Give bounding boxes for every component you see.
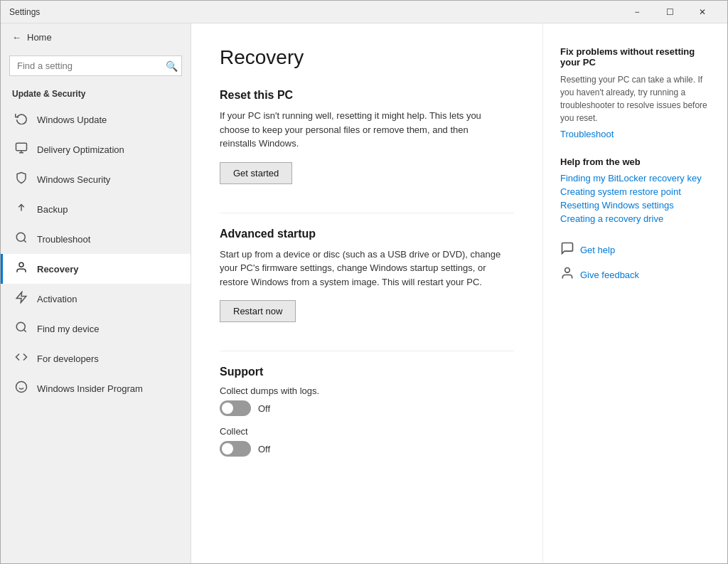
help-from-web-section: Help from the web Finding my BitLocker r… xyxy=(560,156,710,224)
recovery-icon xyxy=(14,261,28,277)
sidebar-item-label: Find my device xyxy=(37,324,99,334)
sidebar-item-windows-insider[interactable]: Windows Insider Program xyxy=(1,373,191,403)
toggle-knob-2 xyxy=(222,443,233,454)
sidebar-item-label: Activation xyxy=(37,294,77,304)
reset-desc: If your PC isn't running well, resetting… xyxy=(220,109,504,151)
toggle1-state: Off xyxy=(258,403,270,414)
windows-insider-icon xyxy=(14,381,28,396)
find-my-device-icon xyxy=(14,321,28,336)
troubleshoot-link[interactable]: Troubleshoot xyxy=(560,129,710,139)
page-title: Recovery xyxy=(220,46,514,69)
sidebar-item-delivery-optimization[interactable]: Delivery Optimization xyxy=(1,134,191,164)
delivery-optimization-icon xyxy=(14,142,28,157)
sidebar-item-label: Windows Update xyxy=(37,115,107,125)
advanced-desc: Start up from a device or disc (such as … xyxy=(220,248,504,289)
toggle1-label: Collect dumps with logs. xyxy=(220,385,514,396)
sidebar-item-label: Backup xyxy=(37,204,68,215)
get-help-icon xyxy=(560,241,574,259)
collect-dumps-toggle[interactable] xyxy=(220,400,251,416)
sidebar-item-windows-security[interactable]: Windows Security xyxy=(1,164,191,194)
sidebar-item-backup[interactable]: Backup xyxy=(1,194,191,224)
sidebar-item-for-developers[interactable]: For developers xyxy=(1,344,191,373)
divider-1 xyxy=(220,213,514,213)
svg-marker-7 xyxy=(16,292,26,303)
toggle2-state: Off xyxy=(258,444,270,454)
get-help-row[interactable]: Get help xyxy=(560,241,710,259)
help-link-3[interactable]: Creating a recovery drive xyxy=(560,213,710,224)
toggle1-row: Off xyxy=(220,400,514,416)
fix-desc: Resetting your PC can take a while. If y… xyxy=(560,73,710,124)
search-icon[interactable]: 🔍 xyxy=(166,60,178,72)
window-controls: − ☐ ✕ xyxy=(621,1,719,23)
sidebar: ← Home 🔍 Update & Security Windows Updat… xyxy=(1,23,191,563)
maximize-button[interactable]: ☐ xyxy=(653,1,686,23)
sidebar-section-title: Update & Security xyxy=(1,86,191,105)
toggle-knob xyxy=(222,403,233,414)
support-title: Support xyxy=(220,366,514,378)
advanced-startup-section: Advanced startup Start up from a device … xyxy=(220,228,514,346)
get-started-button[interactable]: Get started xyxy=(220,162,292,184)
restart-now-button[interactable]: Restart now xyxy=(220,300,296,322)
activation-icon xyxy=(14,291,28,307)
fix-title: Fix problems without resetting your PC xyxy=(560,46,710,68)
svg-point-4 xyxy=(16,233,25,241)
collect-toggle[interactable] xyxy=(220,441,251,457)
minimize-button[interactable]: − xyxy=(621,1,653,23)
sidebar-item-label: Troubleshoot xyxy=(37,234,90,245)
svg-point-10 xyxy=(16,382,27,393)
help-link-1[interactable]: Creating system restore point xyxy=(560,186,710,197)
sidebar-item-label: For developers xyxy=(37,353,99,364)
sidebar-item-windows-update[interactable]: Windows Update xyxy=(1,105,191,134)
right-panel: Fix problems without resetting your PC R… xyxy=(542,23,727,563)
back-button[interactable]: ← Home xyxy=(1,23,191,51)
reset-title: Reset this PC xyxy=(220,89,514,102)
main-content: Recovery Reset this PC If your PC isn't … xyxy=(191,23,542,563)
toggle2-label: Collect xyxy=(220,426,514,437)
sidebar-item-label: Recovery xyxy=(37,264,79,275)
svg-rect-0 xyxy=(16,143,27,151)
for-developers-icon xyxy=(14,351,28,366)
give-feedback-row[interactable]: Give feedback xyxy=(560,266,710,284)
help-link-0[interactable]: Finding my BitLocker recovery key xyxy=(560,173,710,183)
backup-icon xyxy=(14,201,28,217)
settings-window: Settings − ☐ ✕ ← Home 🔍 Update & Securit… xyxy=(0,0,728,564)
svg-point-8 xyxy=(16,322,25,331)
svg-line-5 xyxy=(23,240,26,242)
sidebar-item-activation[interactable]: Activation xyxy=(1,284,191,314)
svg-point-6 xyxy=(19,262,23,267)
windows-update-icon xyxy=(14,112,28,127)
divider-2 xyxy=(220,351,514,351)
advanced-title: Advanced startup xyxy=(220,228,514,240)
sidebar-item-troubleshoot[interactable]: Troubleshoot xyxy=(1,224,191,254)
give-feedback-icon xyxy=(560,266,574,284)
sidebar-item-label: Windows Security xyxy=(37,174,110,185)
sidebar-item-label: Delivery Optimization xyxy=(37,144,124,155)
troubleshoot-icon xyxy=(14,231,28,247)
get-help-label: Get help xyxy=(580,245,615,255)
help-link-2[interactable]: Resetting Windows settings xyxy=(560,200,710,211)
windows-security-icon xyxy=(14,171,28,187)
help-web-title: Help from the web xyxy=(560,156,710,167)
toggle2-row: Off xyxy=(220,441,514,457)
search-input[interactable] xyxy=(9,55,182,76)
content-area: ← Home 🔍 Update & Security Windows Updat… xyxy=(1,23,727,563)
give-feedback-label: Give feedback xyxy=(580,270,639,280)
fix-section: Fix problems without resetting your PC R… xyxy=(560,46,710,139)
sidebar-item-find-my-device[interactable]: Find my device xyxy=(1,314,191,344)
reset-section: Reset this PC If your PC isn't running w… xyxy=(220,89,514,207)
window-title: Settings xyxy=(9,7,621,17)
sidebar-item-recovery[interactable]: Recovery xyxy=(1,254,191,284)
support-section: Support Collect dumps with logs. Off Col… xyxy=(220,366,514,457)
sidebar-item-label: Windows Insider Program xyxy=(37,383,143,394)
titlebar: Settings − ☐ ✕ xyxy=(1,1,727,23)
svg-line-9 xyxy=(23,329,26,331)
svg-point-13 xyxy=(565,268,570,273)
search-container: 🔍 xyxy=(9,55,182,76)
back-arrow-icon: ← xyxy=(12,32,21,43)
close-button[interactable]: ✕ xyxy=(686,1,719,23)
back-label: Home xyxy=(27,32,52,43)
